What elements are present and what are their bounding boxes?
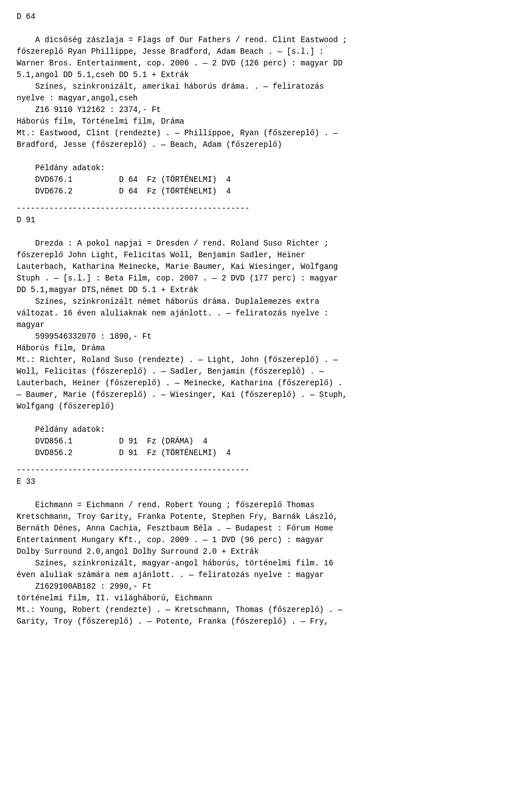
record-d91-text: D 91 Drezda : A pokol napjai = Dresden /…	[17, 215, 515, 459]
record-e33: E 33 Eichmann = Eichmann / rend. Robert …	[17, 476, 515, 627]
divider-1: ----------------------------------------…	[17, 203, 515, 215]
divider-2: ----------------------------------------…	[17, 465, 515, 476]
record-e33-text: E 33 Eichmann = Eichmann / rend. Robert …	[17, 476, 515, 627]
page-content: D 64 A dicsőség zászlaja = Flags of Our …	[17, 11, 515, 627]
record-d91: D 91 Drezda : A pokol napjai = Dresden /…	[17, 215, 515, 459]
record-d64-text: D 64 A dicsőség zászlaja = Flags of Our …	[17, 11, 515, 197]
record-d64: D 64 A dicsőség zászlaja = Flags of Our …	[17, 11, 515, 197]
